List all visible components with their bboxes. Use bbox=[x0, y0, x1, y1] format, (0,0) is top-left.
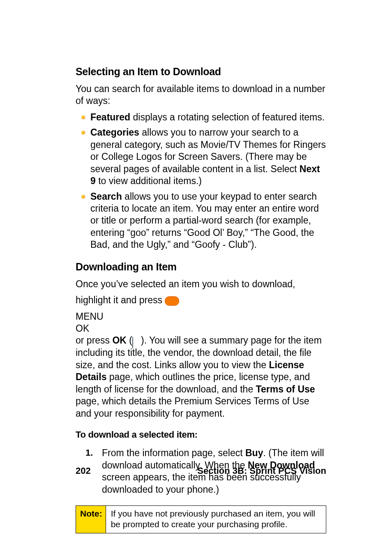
categories-text-b: to view additional items.) bbox=[96, 175, 202, 186]
navigation-key-icon bbox=[132, 337, 141, 347]
note-callout: Note: If you have not previously purchas… bbox=[76, 505, 326, 534]
list-item: Search allows you to use your keypad to … bbox=[76, 191, 326, 251]
menu-ok-button-icon bbox=[165, 296, 179, 306]
featured-text: displays a rotating selection of feature… bbox=[130, 112, 325, 122]
text-segment: or press bbox=[76, 335, 112, 346]
heading-to-download: To download a selected item: bbox=[76, 429, 326, 441]
downloading-intro: Once you’ve selected an item you wish to… bbox=[76, 278, 326, 290]
buy-label: Buy bbox=[245, 448, 263, 458]
menu-ok-top-text: MENU bbox=[76, 311, 326, 323]
terms-of-use-label: Terms of Use bbox=[256, 384, 315, 394]
menu-ok-bottom-text: OK bbox=[76, 323, 326, 334]
section-label: Section 3B: Sprint PCS Vision bbox=[197, 465, 326, 477]
note-label: Note: bbox=[76, 506, 106, 533]
text-segment: ( bbox=[127, 335, 132, 346]
ok-label: OK bbox=[112, 335, 127, 346]
search-label: Search bbox=[90, 191, 122, 202]
manual-page: Selecting an Item to Download You can se… bbox=[0, 0, 392, 549]
categories-label: Categories bbox=[90, 127, 139, 138]
text-segment: highlight it and press bbox=[76, 295, 165, 305]
search-methods-list: Featured displays a rotating selection o… bbox=[76, 111, 326, 251]
featured-label: Featured bbox=[90, 112, 130, 122]
heading-selecting-item: Selecting an Item to Download bbox=[76, 65, 326, 78]
downloading-paragraph: highlight it and press bbox=[76, 294, 326, 306]
text-segment: page, which details the Premium Services… bbox=[76, 396, 309, 418]
page-number: 202 bbox=[76, 465, 91, 477]
note-body: If you have not previously purchased an … bbox=[106, 506, 326, 533]
page-footer: 202 Section 3B: Sprint PCS Vision bbox=[76, 465, 326, 477]
list-item: Featured displays a rotating selection o… bbox=[76, 111, 326, 123]
heading-downloading-item: Downloading an Item bbox=[76, 260, 326, 273]
search-text: allows you to use your keypad to enter s… bbox=[90, 191, 319, 250]
text-segment: From the information page, select bbox=[102, 448, 245, 458]
intro-paragraph: You can search for available items to do… bbox=[76, 83, 326, 107]
list-item: Categories allows you to narrow your sea… bbox=[76, 127, 326, 187]
